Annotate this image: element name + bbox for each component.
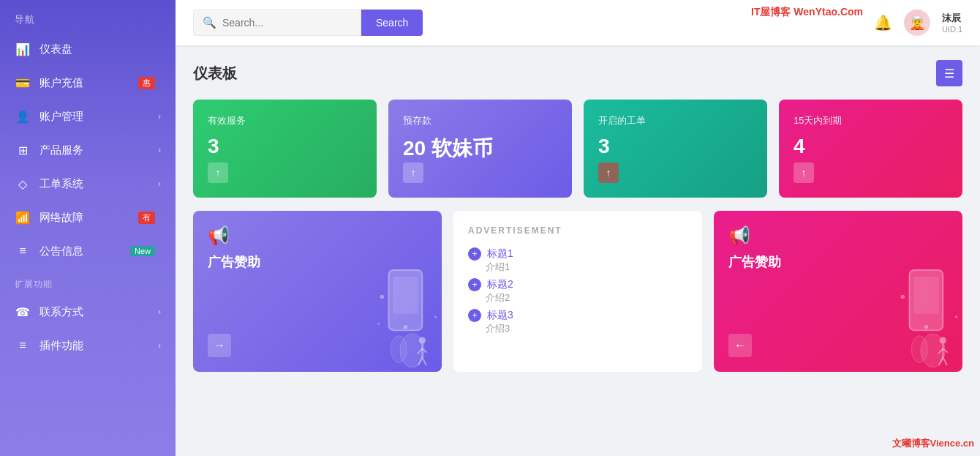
sidebar-item-account[interactable]: 👤 账户管理 › xyxy=(0,100,176,133)
arrow-icon[interactable]: → xyxy=(208,334,231,357)
sidebar-item-label: 网络故障 xyxy=(39,211,138,225)
stat-value: 3 xyxy=(208,135,362,162)
sidebar-item-label: 账户管理 xyxy=(39,110,158,124)
phone-illustration xyxy=(369,262,442,372)
announcements-icon: ≡ xyxy=(15,243,31,259)
recharge-icon: 💳 xyxy=(15,75,31,91)
avatar: 🧝 xyxy=(904,10,930,36)
sidebar-extend-title: 扩展功能 xyxy=(0,268,176,295)
sidebar-item-recharge[interactable]: 💳 账户充值 惠 xyxy=(0,66,176,100)
up-arrow-icon: ↑ xyxy=(403,162,423,183)
sidebar-item-tickets[interactable]: ◇ 工单系统 › xyxy=(0,167,176,201)
svg-point-4 xyxy=(391,336,407,363)
svg-line-24 xyxy=(943,357,947,365)
up-arrow-icon: ↑ xyxy=(794,162,814,183)
network-badge: 有 xyxy=(138,212,155,224)
content-area: 仪表板 ☰ 有效服务 3 ↑ 预存款 20 软妹币 ↑ 开启的工单 3 ↑ 15… xyxy=(176,45,980,456)
stat-card-prepaid: 预存款 20 软妹币 ↑ xyxy=(388,100,572,198)
up-arrow-icon: ↑ xyxy=(598,162,619,183)
svg-line-10 xyxy=(422,357,426,365)
svg-point-16 xyxy=(924,325,929,329)
dashboard-icon: 📊 xyxy=(15,41,31,57)
sidebar-item-label: 产品服务 xyxy=(39,143,158,157)
svg-point-26 xyxy=(955,315,958,318)
advert-section-title: ADVERTISEMENT xyxy=(468,225,687,236)
stat-label: 开启的工单 xyxy=(598,114,753,127)
phone-illustration xyxy=(889,262,962,372)
svg-point-11 xyxy=(380,295,385,299)
main-area: 🔍 Search IT屋博客 WenYtao.Com 🔔 🧝 沫辰 UID:1 … xyxy=(176,0,980,456)
sidebar-item-plugins[interactable]: ≡ 插件功能 › xyxy=(0,329,176,362)
advert-item-desc-1: 介绍1 xyxy=(468,261,687,274)
advert-item-title-3[interactable]: + 标题3 xyxy=(468,309,687,322)
contact-icon: ☎ xyxy=(15,304,31,320)
sidebar-item-label: 工单系统 xyxy=(39,177,158,191)
svg-point-19 xyxy=(940,337,946,344)
sidebar-item-network[interactable]: 📶 网络故障 有 xyxy=(0,201,176,234)
sidebar-item-announcements[interactable]: ≡ 公告信息 New xyxy=(0,234,176,268)
svg-point-5 xyxy=(419,337,426,344)
svg-rect-1 xyxy=(393,277,418,313)
bottom-row: 📢 广告赞助 xyxy=(193,211,962,372)
network-icon: 📶 xyxy=(15,209,31,225)
sidebar-item-label: 联系方式 xyxy=(39,305,158,319)
svg-point-12 xyxy=(434,315,437,318)
svg-point-18 xyxy=(911,336,927,363)
plugins-icon: ≡ xyxy=(15,337,31,354)
watermark-top: IT屋博客 WenYtao.Com xyxy=(751,6,863,19)
chevron-right-icon: › xyxy=(158,145,161,155)
sidebar-item-label: 公告信息 xyxy=(39,244,130,258)
filter-button[interactable]: ☰ xyxy=(936,60,962,86)
sidebar-item-dashboard[interactable]: 📊 仪表盘 xyxy=(0,32,176,66)
plus-icon: + xyxy=(468,247,481,261)
sidebar-item-label: 插件功能 xyxy=(39,339,158,353)
advert-item-title-2[interactable]: + 标题2 xyxy=(468,278,687,291)
user-name: 沫辰 xyxy=(942,12,962,25)
advert-item-desc-2: 介绍2 xyxy=(468,291,687,304)
arrow-icon[interactable]: ← xyxy=(728,334,752,357)
chevron-right-icon: › xyxy=(158,340,161,351)
stat-value: 4 xyxy=(794,135,948,162)
sidebar-item-label: 账户充值 xyxy=(39,76,138,90)
stat-value: 20 软妹币 xyxy=(403,135,557,162)
search-button[interactable]: Search xyxy=(361,10,423,36)
page-title-row: 仪表板 ☰ xyxy=(193,60,962,86)
recharge-badge: 惠 xyxy=(138,77,155,89)
svg-rect-15 xyxy=(913,277,939,313)
sidebar-item-label: 仪表盘 xyxy=(39,42,161,56)
sidebar-item-contact[interactable]: ☎ 联系方式 › xyxy=(0,295,176,329)
stat-label: 预存款 xyxy=(403,114,557,127)
advert-item-3: + 标题3 介绍3 xyxy=(468,309,687,335)
sidebar-item-products[interactable]: ⊞ 产品服务 › xyxy=(0,133,176,167)
user-info: 沫辰 UID:1 xyxy=(942,12,962,34)
products-icon: ⊞ xyxy=(15,142,31,158)
header: 🔍 Search IT屋博客 WenYtao.Com 🔔 🧝 沫辰 UID:1 xyxy=(176,0,980,45)
chevron-right-icon: › xyxy=(158,307,161,317)
svg-point-25 xyxy=(901,295,905,299)
advert-item-title-1[interactable]: + 标题1 xyxy=(468,247,687,261)
sidebar: 导航 📊 仪表盘 💳 账户充值 惠 👤 账户管理 › ⊞ 产品服务 › ◇ 工单… xyxy=(0,0,176,456)
advert-item-1: + 标题1 介绍1 xyxy=(468,247,687,274)
stats-row: 有效服务 3 ↑ 预存款 20 软妹币 ↑ 开启的工单 3 ↑ 15天内到期 4… xyxy=(193,100,962,198)
plus-icon: + xyxy=(468,309,481,322)
bell-icon[interactable]: 🔔 xyxy=(874,14,892,31)
stat-value: 3 xyxy=(598,135,753,162)
up-arrow-icon: ↑ xyxy=(208,162,228,183)
chevron-right-icon: › xyxy=(158,111,161,122)
stat-label: 有效服务 xyxy=(208,114,362,127)
ad-card-right: 📢 广告赞助 ← xyxy=(714,211,962,372)
stat-label: 15天内到期 xyxy=(794,114,948,127)
svg-point-2 xyxy=(404,325,408,329)
search-input[interactable] xyxy=(222,17,352,29)
plus-icon: + xyxy=(468,278,481,291)
megaphone-icon: 📢 xyxy=(728,225,948,246)
svg-point-13 xyxy=(377,322,380,325)
chevron-right-icon: › xyxy=(158,179,161,189)
stat-card-expiring: 15天内到期 4 ↑ xyxy=(779,100,962,198)
stat-card-open-tickets: 开启的工单 3 ↑ xyxy=(584,100,767,198)
account-icon: 👤 xyxy=(15,108,31,124)
megaphone-icon: 📢 xyxy=(208,225,427,246)
watermark-bottom: 文曦博客Vience.cn xyxy=(892,437,974,450)
advert-item-desc-3: 介绍3 xyxy=(468,322,687,335)
tickets-icon: ◇ xyxy=(15,176,31,192)
